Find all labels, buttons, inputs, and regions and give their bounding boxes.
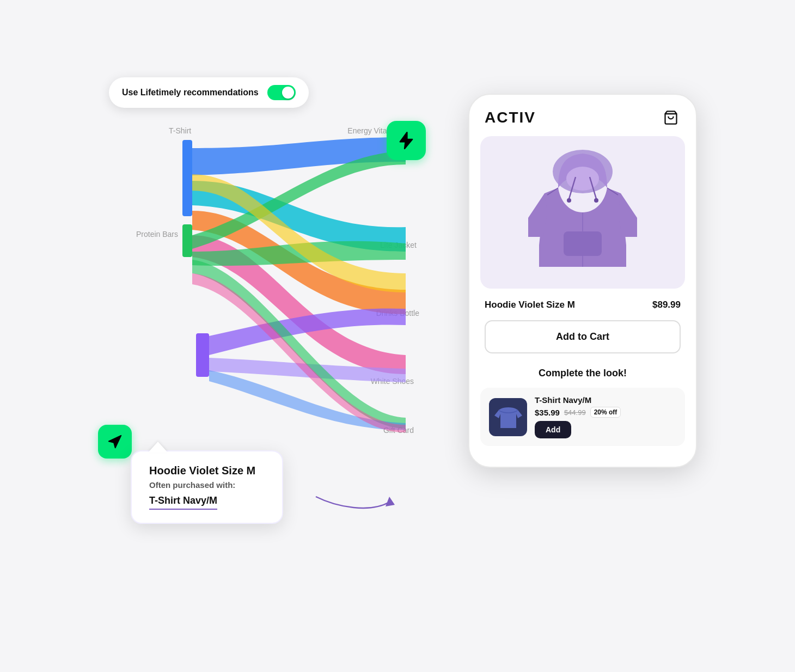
svg-rect-1 — [182, 224, 192, 257]
tooltip-product: Hoodie Violet Size M — [149, 465, 265, 477]
toggle-pill: Use Lifetimely recommendations — [109, 77, 309, 108]
cart-icon-wrap[interactable] — [661, 108, 681, 127]
main-container: Use Lifetimely recommendations T-Shirt E… — [98, 77, 697, 595]
rec-add-button[interactable]: Add — [535, 421, 571, 438]
tooltip-card: Hoodie Violet Size M Often purchased wit… — [131, 450, 283, 524]
product-price: $89.99 — [652, 300, 681, 310]
rec-name: T-Shirt Navy/M — [535, 395, 676, 405]
svg-rect-0 — [182, 140, 192, 216]
cart-icon — [663, 110, 678, 125]
tooltip-arrow — [148, 442, 168, 453]
rec-discount: 20% off — [590, 407, 621, 418]
product-info: Hoodie Violet Size M $89.99 — [469, 289, 696, 315]
svg-point-6 — [566, 167, 599, 191]
svg-marker-3 — [386, 497, 395, 506]
lightning-icon — [396, 131, 416, 150]
svg-point-10 — [567, 198, 571, 203]
tooltip-item: T-Shirt Navy/M — [149, 495, 217, 510]
rec-image — [489, 398, 527, 436]
add-to-cart-button[interactable]: Add to Cart — [485, 320, 681, 353]
sankey-area: T-Shirt Energy Vitamins Protein Bars Lit… — [98, 121, 447, 437]
product-image-area — [480, 136, 685, 289]
rec-price-old: $44.99 — [564, 408, 586, 417]
lightning-badge — [387, 121, 426, 160]
rec-price-new: $35.99 — [535, 408, 560, 417]
sankey-svg — [98, 121, 447, 437]
toggle-switch[interactable] — [267, 85, 296, 100]
rec-details: T-Shirt Navy/M $35.99 $44.99 20% off Add — [535, 395, 676, 438]
tshirt-illustration — [493, 402, 523, 432]
toggle-label: Use Lifetimely recommendations — [122, 88, 259, 97]
navigation-icon — [107, 433, 123, 450]
svg-rect-2 — [196, 333, 209, 377]
curved-arrow — [305, 464, 403, 529]
tooltip-subtitle: Often purchased with: — [149, 480, 265, 490]
brand-name: ACTIV — [485, 109, 536, 126]
hoodie-illustration — [523, 147, 643, 278]
phone-header: ACTIV — [469, 95, 696, 136]
rec-prices: $35.99 $44.99 20% off — [535, 407, 676, 418]
nav-badge — [98, 425, 132, 459]
svg-point-11 — [594, 198, 598, 203]
complete-look-label: Complete the look! — [469, 359, 696, 383]
product-name: Hoodie Violet Size M — [485, 300, 575, 310]
recommended-item: T-Shirt Navy/M $35.99 $44.99 20% off Add — [480, 388, 685, 446]
phone-mockup: ACTIV — [468, 94, 697, 468]
